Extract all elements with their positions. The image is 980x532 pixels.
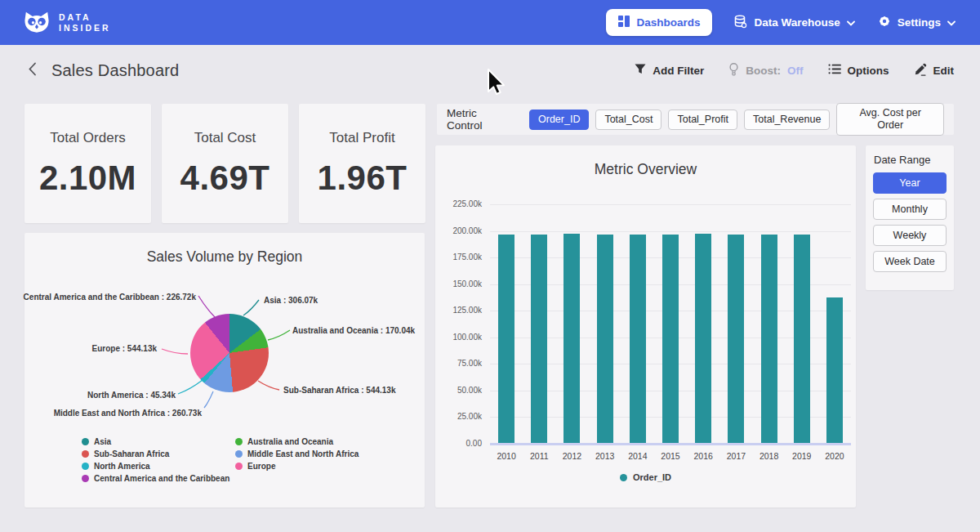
pie-legend-item[interactable]: Sub-Saharan Africa <box>82 449 229 458</box>
x-axis-tick: 2012 <box>555 451 588 461</box>
sales-dashboard-app: DATA INSIDER Dashboards <box>0 0 980 532</box>
bar-2015[interactable] <box>662 235 679 443</box>
bar-2017[interactable] <box>728 235 744 443</box>
kpi-card-total-orders: Total Orders 2.10M <box>24 104 151 223</box>
top-navbar: DATA INSIDER Dashboards <box>0 0 980 45</box>
pie-callout-label: Middle East and North Africa : 260.73k <box>54 409 202 418</box>
x-axis-tick: 2020 <box>818 451 851 461</box>
bar-chart-title: Metric Overview <box>435 161 856 178</box>
bar-slot <box>786 204 818 443</box>
pie-callout-label: Australia and Oceania : 170.04k <box>292 327 415 335</box>
bar-slot <box>621 204 654 443</box>
legend-dot <box>82 438 89 445</box>
kpi-card-total-profit: Total Profit 1.96T <box>299 104 425 223</box>
y-axis-tick: 175.00k <box>435 253 482 262</box>
legend-label: Central America and the Caribbean <box>94 474 229 483</box>
y-axis-tick: 225.00k <box>435 200 482 208</box>
bar-2013[interactable] <box>597 235 613 443</box>
x-axis-tick: 2014 <box>621 451 654 461</box>
bar-2020[interactable] <box>826 297 843 443</box>
chevron-down-icon <box>847 16 855 29</box>
filter-icon <box>635 64 646 77</box>
navbar-menu: Dashboards Data Warehouse <box>606 9 957 36</box>
nav-data-warehouse-button[interactable]: Data Warehouse <box>732 11 856 34</box>
pie-legend-item[interactable]: Asia <box>82 437 229 445</box>
nav-settings-button[interactable]: Settings <box>876 11 957 34</box>
kpi-value: 2.10M <box>39 159 136 198</box>
bar-slot <box>687 204 719 443</box>
add-filter-button[interactable]: Add Filter <box>633 62 706 78</box>
pie-callout-label: North America : 45.34k <box>87 391 176 400</box>
metric-control-label: Metric Control <box>447 107 514 132</box>
boost-toggle[interactable]: Boost: Off <box>727 61 804 80</box>
x-axis-tick: 2017 <box>719 451 752 461</box>
x-axis-tick: 2018 <box>753 451 786 461</box>
pie-legend-item[interactable]: Europe <box>235 462 359 470</box>
bar-slot <box>589 204 621 443</box>
legend-label: North America <box>94 462 150 471</box>
boost-value: Off <box>787 65 804 77</box>
bar-2018[interactable] <box>761 235 777 443</box>
date-range-week-date-button[interactable]: Week Date <box>873 251 947 272</box>
pie-chart[interactable] <box>190 314 269 392</box>
y-axis-tick: 0.00 <box>435 440 482 448</box>
bar-slot <box>654 204 687 443</box>
database-icon <box>733 15 747 31</box>
bar-2011[interactable] <box>531 235 547 443</box>
pie-legend-item[interactable]: Central America and the Caribbean <box>82 474 229 482</box>
legend-dot <box>620 474 627 481</box>
balloon-icon <box>728 63 739 78</box>
bar-slot <box>818 204 851 443</box>
bar-slot <box>555 204 588 443</box>
kpi-value: 4.69T <box>180 159 270 198</box>
nav-dashboards-button[interactable]: Dashboards <box>606 9 712 36</box>
metric-chip-order-id[interactable]: Order_ID <box>529 110 589 130</box>
options-button[interactable]: Options <box>826 62 891 78</box>
legend-label: Europe <box>247 462 275 471</box>
pie-callout-label: Asia : 306.07k <box>264 297 318 305</box>
date-range-year-button[interactable]: Year <box>873 172 947 194</box>
metric-chip-avg-cost-per-order[interactable]: Avg. Cost per Order <box>836 103 944 136</box>
bar-slot <box>719 204 752 443</box>
x-axis-tick: 2016 <box>687 451 719 461</box>
boost-label: Boost: <box>746 65 781 77</box>
y-axis-tick: 75.00k <box>435 360 482 368</box>
pencil-icon <box>914 63 927 78</box>
bar-2016[interactable] <box>695 234 711 443</box>
pie-legend-item[interactable]: North America <box>82 462 229 470</box>
metric-chip-total-cost[interactable]: Total_Cost <box>595 110 662 130</box>
bar-2010[interactable] <box>498 235 514 443</box>
bar-slot <box>490 204 523 443</box>
y-axis-tick: 25.00k <box>435 413 482 421</box>
bar-chart-plot <box>490 204 851 443</box>
x-axis-tick: 2015 <box>654 451 687 461</box>
pie-chart-card: Sales Volume by Region Asia : 306.07kAus… <box>24 233 425 507</box>
brand-logo[interactable]: DATA INSIDER <box>23 8 111 38</box>
pie-legend-item[interactable]: Middle East and North Africa <box>235 449 359 458</box>
back-button[interactable] <box>24 60 40 80</box>
pie-legend-item[interactable]: Australia and Oceania <box>235 437 359 445</box>
y-axis-tick: 125.00k <box>435 306 482 315</box>
bar-chart-baseline <box>490 443 851 445</box>
edit-button[interactable]: Edit <box>912 61 956 80</box>
bar-slot <box>523 204 555 443</box>
kpi-card-total-cost: Total Cost 4.69T <box>162 104 288 223</box>
pie-callout-label: Central America and the Caribbean : 226.… <box>24 293 196 302</box>
metric-chip-total-revenue[interactable]: Total_Revenue <box>744 110 830 130</box>
bar-2014[interactable] <box>630 235 646 443</box>
bar-2012[interactable] <box>564 234 580 443</box>
list-icon <box>828 64 841 77</box>
date-range-weekly-button[interactable]: Weekly <box>873 225 947 246</box>
date-range-card: Date Range Year Monthly Weekly Week Date <box>866 145 954 290</box>
x-axis-tick: 2019 <box>786 451 818 461</box>
dashboards-icon <box>618 16 630 29</box>
kpi-label: Total Profit <box>329 130 394 146</box>
metric-chip-total-profit[interactable]: Total_Profit <box>668 110 737 130</box>
x-axis-tick: 2013 <box>589 451 621 461</box>
kpi-value: 1.96T <box>318 159 408 198</box>
bar-2019[interactable] <box>794 235 810 443</box>
date-range-monthly-button[interactable]: Monthly <box>873 199 947 220</box>
y-axis-tick: 50.00k <box>435 387 482 395</box>
date-range-label: Date Range <box>874 154 947 166</box>
page-title: Sales Dashboard <box>51 61 179 80</box>
